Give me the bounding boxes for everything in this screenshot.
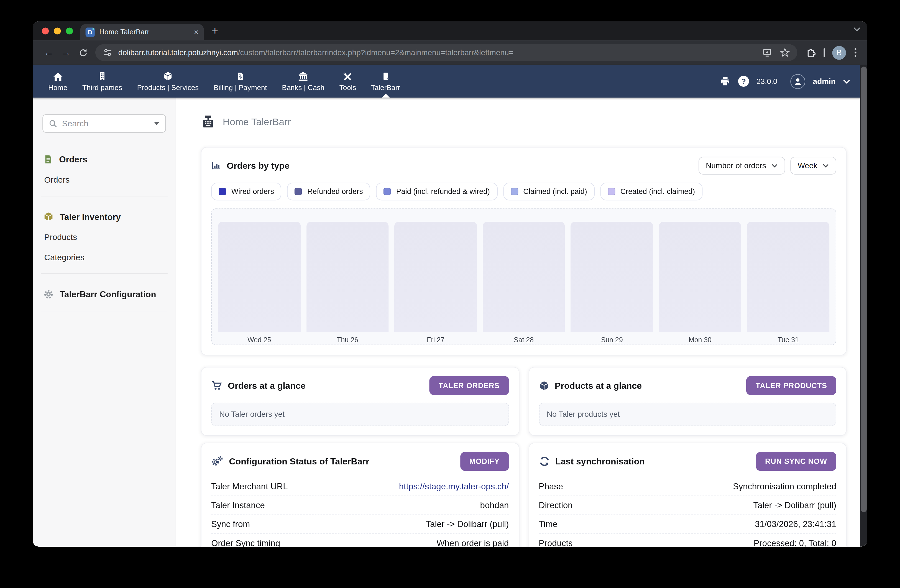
- legend-item-paid[interactable]: Paid (incl. refunded & wired): [376, 183, 497, 200]
- install-app-icon[interactable]: [762, 48, 772, 57]
- tab-search-chevron-icon[interactable]: [853, 27, 860, 32]
- chevron-down-icon: [822, 164, 829, 168]
- cart-icon: [211, 380, 222, 391]
- desktop-background: D Home TalerBarr × + ← →: [0, 0, 900, 588]
- legend-item-created[interactable]: Created (incl. claimed): [600, 183, 703, 200]
- config-status-panel: Configuration Status of TalerBarr MODIFY…: [201, 443, 519, 547]
- chart-column: [306, 222, 388, 332]
- nav-item-home[interactable]: Home: [41, 65, 75, 98]
- help-icon[interactable]: ?: [738, 76, 749, 87]
- nav-item-banks-cash[interactable]: Banks | Cash: [274, 65, 332, 98]
- chart-category-label: Mon 30: [659, 332, 741, 344]
- new-tab-button[interactable]: +: [212, 25, 218, 37]
- nav-item-talerbarr[interactable]: TalerBarr: [363, 65, 408, 98]
- tools-icon: [343, 71, 352, 81]
- sidebar-section-title: Orders: [59, 154, 87, 164]
- sidebar-divider: [41, 310, 168, 311]
- forward-icon[interactable]: →: [57, 44, 74, 61]
- chart-column: [394, 222, 476, 332]
- search-icon: [49, 119, 57, 128]
- sync-row-value: 31/03/2026, 23:41:31: [755, 519, 836, 529]
- config-row: Sync fromTaler -> Dolibarr (pull): [211, 515, 509, 534]
- chart-category-label: Thu 26: [306, 332, 388, 344]
- taler-orders-button[interactable]: TALER ORDERS: [430, 376, 509, 395]
- config-row: Taler Instancebohdan: [211, 496, 509, 515]
- browser-tab[interactable]: D Home TalerBarr ×: [80, 24, 204, 40]
- browser-profile-avatar[interactable]: B: [832, 46, 846, 60]
- sidebar-item-orders[interactable]: Orders: [44, 175, 166, 184]
- page-scrollbar[interactable]: [860, 65, 867, 547]
- gear-icon: [43, 289, 53, 299]
- merchant-url-link[interactable]: https://stage.my.taler-ops.ch/: [399, 481, 509, 491]
- legend-item-wired[interactable]: Wired orders: [211, 183, 281, 200]
- dolibarr-favicon: D: [85, 28, 95, 37]
- reload-icon[interactable]: [74, 44, 92, 61]
- sidebar-item-products[interactable]: Products: [44, 233, 166, 242]
- modify-button[interactable]: MODIFY: [460, 452, 509, 471]
- sync-row: Time31/03/2026, 23:41:31: [538, 515, 836, 534]
- extensions-puzzle-icon[interactable]: [805, 47, 816, 58]
- legend-item-claimed[interactable]: Claimed (incl. paid): [503, 183, 594, 200]
- product-box-icon: [538, 380, 549, 391]
- minimize-window-button[interactable]: [54, 28, 61, 34]
- billing-icon: $: [236, 71, 245, 81]
- sync-row: PhaseSynchronisation completed: [538, 477, 836, 496]
- tab-close-icon[interactable]: ×: [194, 28, 199, 36]
- chart-column: [659, 222, 741, 332]
- scrollbar-thumb[interactable]: [861, 67, 866, 512]
- chart-legend: Wired orders Refunded orders Paid (incl.…: [211, 183, 836, 200]
- maximize-window-button[interactable]: [66, 28, 73, 34]
- config-row-value: Taler -> Dolibarr (pull): [426, 519, 509, 529]
- run-sync-now-button[interactable]: RUN SYNC NOW: [756, 452, 836, 471]
- sidebar-item-categories[interactable]: Categories: [44, 253, 166, 262]
- metric-select[interactable]: Number of orders: [698, 157, 785, 175]
- chart-column: [747, 222, 829, 332]
- bookmark-star-icon[interactable]: [780, 48, 790, 57]
- search-dropdown-caret-icon[interactable]: [154, 122, 160, 125]
- period-select[interactable]: Week: [790, 157, 836, 175]
- user-menu-chevron-icon[interactable]: [843, 79, 850, 84]
- sidebar-section-talerbarr-configuration[interactable]: TalerBarr Configuration: [43, 289, 166, 299]
- glance-card-title: Orders at a glance: [228, 380, 306, 391]
- address-bar[interactable]: dolibarr.tutorial.taler.potuzhnyi.com/cu…: [95, 44, 797, 61]
- legend-item-refunded[interactable]: Refunded orders: [287, 183, 371, 200]
- menu-kebab-icon[interactable]: [853, 47, 857, 58]
- sidebar-section-orders[interactable]: Orders: [43, 154, 166, 164]
- print-icon[interactable]: [720, 76, 731, 87]
- nav-item-label: Billing | Payment: [214, 84, 267, 92]
- sidebar-divider: [41, 196, 168, 197]
- sidebar-section-title: Taler Inventory: [60, 212, 121, 222]
- nav-item-tools[interactable]: Tools: [332, 65, 363, 98]
- chart-category-label: Sun 29: [571, 332, 653, 344]
- app-top-menu: Home Third parties Products | Services $…: [33, 65, 867, 98]
- legend-label: Created (incl. claimed): [621, 187, 695, 196]
- user-avatar-icon[interactable]: [791, 74, 805, 88]
- sidebar-section-title: TalerBarr Configuration: [60, 289, 156, 299]
- back-icon[interactable]: ←: [40, 44, 57, 61]
- url-text[interactable]: dolibarr.tutorial.taler.potuzhnyi.com/cu…: [118, 48, 756, 57]
- metric-select-value: Number of orders: [706, 161, 766, 170]
- toolbar-divider: [824, 48, 825, 57]
- close-window-button[interactable]: [42, 28, 49, 34]
- chart-category-label: Sat 28: [483, 332, 565, 344]
- nav-item-billing-payment[interactable]: $ Billing | Payment: [206, 65, 274, 98]
- sidebar-search[interactable]: [42, 114, 166, 132]
- config-row-label: Taler Instance: [211, 500, 265, 510]
- period-select-value: Week: [798, 161, 818, 170]
- nav-item-products-services[interactable]: Products | Services: [130, 65, 206, 98]
- taler-products-button[interactable]: TALER PRODUCTS: [746, 376, 836, 395]
- nav-item-label: TalerBarr: [371, 84, 400, 92]
- bar-chart-icon: [211, 161, 221, 171]
- site-info-icon[interactable]: [103, 48, 113, 57]
- user-menu[interactable]: admin: [813, 77, 836, 85]
- left-sidebar: Orders Orders Taler Inventory Products C…: [33, 98, 176, 547]
- legend-label: Paid (incl. refunded & wired): [396, 187, 490, 196]
- chart-category-label: Tue 31: [747, 332, 829, 344]
- chart-card-title: Orders by type: [227, 160, 290, 171]
- chart-category-label: Wed 25: [218, 332, 300, 344]
- search-input[interactable]: [62, 119, 149, 128]
- legend-swatch: [383, 188, 391, 195]
- nav-item-third-parties[interactable]: Third parties: [75, 65, 130, 98]
- sidebar-section-taler-inventory[interactable]: Taler Inventory: [43, 212, 166, 222]
- nav-item-label: Third parties: [82, 84, 122, 92]
